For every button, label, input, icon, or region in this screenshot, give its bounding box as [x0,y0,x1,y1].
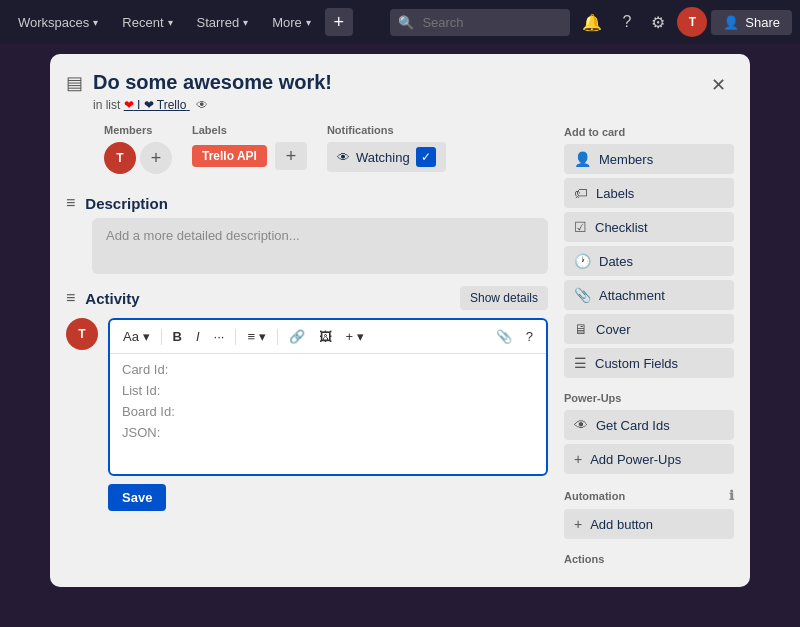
user-avatar[interactable]: T [677,7,707,37]
add-to-card-label: Add to card [564,126,734,138]
add-member-button[interactable]: + [140,142,172,174]
more-chevron: ▾ [306,17,311,28]
list-link[interactable]: ❤ I ❤ Trello [124,98,190,112]
insert-button[interactable]: + ▾ [341,326,369,347]
custom-fields-sidebar-icon: ☰ [574,355,587,371]
watching-checkmark: ✓ [416,147,436,167]
modal-main-content: Members T + Labels Trello API + [66,112,548,571]
card-title: Do some awesome work! [93,70,693,94]
image-button[interactable]: 🖼 [314,326,337,347]
save-area: Save [108,484,548,511]
share-button[interactable]: 👤 Share [711,10,792,35]
card-modal: ▤ Do some awesome work! in list ❤ I ❤ Tr… [50,54,750,587]
modal-close-button[interactable]: ✕ [703,70,734,100]
editor-content[interactable]: Card Id: List Id: Board Id: JSON: [110,354,546,474]
members-sidebar-icon: 👤 [574,151,591,167]
labels-list: Trello API + [192,142,307,170]
sidebar-checklist-button[interactable]: ☑ Checklist [564,212,734,242]
meta-row: Members T + Labels Trello API + [66,112,548,186]
eye-sidebar-icon: 👁 [574,417,588,433]
description-header: ≡ Description [66,186,548,218]
sidebar-labels-button[interactable]: 🏷 Labels [564,178,734,208]
card-type-icon: ▤ [66,72,83,94]
notifications-section: Notifications 👁 Watching ✓ [327,124,446,172]
settings-button[interactable]: ⚙ [643,7,673,38]
more-formatting-button[interactable]: ··· [209,326,230,347]
help-button[interactable]: ? [521,326,538,347]
sidebar-attachment-button[interactable]: 📎 Attachment [564,280,734,310]
add-label-button[interactable]: + [275,142,307,170]
dates-sidebar-icon: 🕐 [574,253,591,269]
editor-toolbar: Aa ▾ B I ··· ≡ ▾ 🔗 🖼 + ▾ [110,320,546,354]
sidebar-custom-fields-button[interactable]: ☰ Custom Fields [564,348,734,378]
sidebar-add-button-button[interactable]: + Add button [564,509,734,539]
attachment-toolbar-button[interactable]: 📎 [491,326,517,347]
workspaces-menu[interactable]: Workspaces ▾ [8,9,108,36]
plus-automation-icon: + [574,516,582,532]
modal-overlay: ▤ Do some awesome work! in list ❤ I ❤ Tr… [0,44,800,627]
starred-menu[interactable]: Starred ▾ [187,9,259,36]
labels-section: Labels Trello API + [192,124,307,170]
modal-sidebar: Add to card 👤 Members 🏷 Labels ☑ Checkli… [564,112,734,571]
member-avatar[interactable]: T [104,142,136,174]
sidebar-add-power-ups-button[interactable]: + Add Power-Ups [564,444,734,474]
save-button[interactable]: Save [108,484,166,511]
watching-button[interactable]: 👁 Watching ✓ [327,142,446,172]
members-label: Members [104,124,172,136]
activity-icon: ≡ [66,289,75,307]
toolbar-divider-1 [161,329,162,345]
cover-sidebar-icon: 🖥 [574,321,588,337]
power-ups-label: Power-Ups [564,392,734,404]
labels-sidebar-icon: 🏷 [574,185,588,201]
activity-header-left: ≡ Activity [66,289,140,307]
plus-power-ups-icon: + [574,451,582,467]
card-id-row: Card Id: [122,362,534,377]
starred-chevron: ▾ [243,17,248,28]
activity-title: Activity [85,290,139,307]
activity-area: T Aa ▾ B I ··· ≡ ▾ 🔗 🖼 [66,318,548,476]
sidebar-get-card-ids-button[interactable]: 👁 Get Card Ids [564,410,734,440]
description-title: Description [85,195,168,212]
bold-button[interactable]: B [168,326,187,347]
workspaces-chevron: ▾ [93,17,98,28]
add-board-button[interactable]: + [325,8,353,36]
attachment-sidebar-icon: 📎 [574,287,591,303]
list-button[interactable]: ≡ ▾ [242,326,270,347]
eye-icon: 👁 [337,150,350,165]
heart-icon: ❤ [124,98,134,112]
actions-label: Actions [564,553,734,565]
info-button[interactable]: ? [614,7,639,37]
members-list: T + [104,142,172,174]
italic-button[interactable]: I [191,326,205,347]
show-details-button[interactable]: Show details [460,286,548,310]
recent-chevron: ▾ [168,17,173,28]
comment-editor: Aa ▾ B I ··· ≡ ▾ 🔗 🖼 + ▾ [108,318,548,476]
sidebar-members-button[interactable]: 👤 Members [564,144,734,174]
list-reference: in list ❤ I ❤ Trello 👁 [93,98,693,112]
link-button[interactable]: 🔗 [284,326,310,347]
share-icon: 👤 [723,15,739,30]
font-size-button[interactable]: Aa ▾ [118,326,155,347]
toolbar-divider-2 [235,329,236,345]
labels-label: Labels [192,124,307,136]
description-icon: ≡ [66,194,75,212]
json-row: JSON: [122,425,534,440]
more-menu[interactable]: More ▾ [262,9,321,36]
current-user-avatar: T [66,318,98,350]
search-input[interactable] [390,9,570,36]
sidebar-cover-button[interactable]: 🖥 Cover [564,314,734,344]
description-field[interactable]: Add a more detailed description... [92,218,548,274]
sidebar-dates-button[interactable]: 🕐 Dates [564,246,734,276]
board-id-row: Board Id: [122,404,534,419]
watching-text: Watching [356,150,410,165]
watch-icon-sm: 👁 [196,98,208,112]
notifications-button[interactable]: 🔔 [574,7,610,38]
toolbar-divider-3 [277,329,278,345]
list-id-row: List Id: [122,383,534,398]
top-navigation: Workspaces ▾ Recent ▾ Starred ▾ More ▾ +… [0,0,800,44]
search-container: 🔍 [390,9,570,36]
notifications-label: Notifications [327,124,446,136]
label-tag[interactable]: Trello API [192,145,267,167]
automation-info-icon: ℹ [729,488,734,503]
recent-menu[interactable]: Recent ▾ [112,9,182,36]
